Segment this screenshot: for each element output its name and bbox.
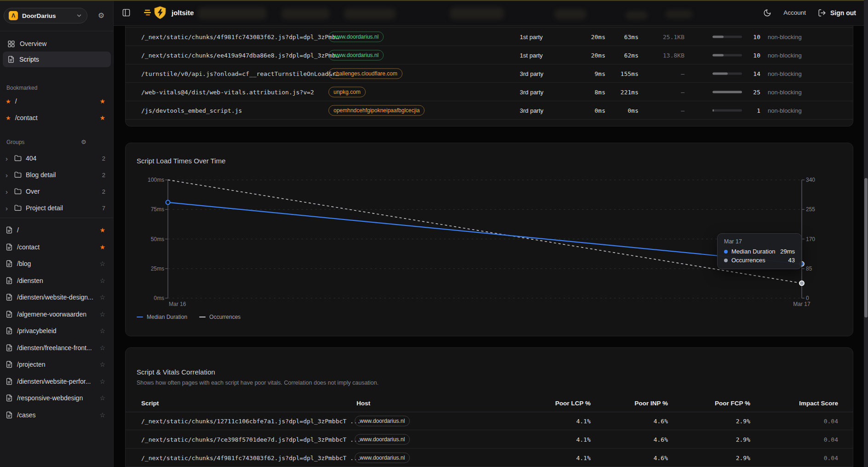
poor-fcp-value: 2.9% xyxy=(701,436,750,443)
host-badge[interactable]: opemhndcehfgipokneipaafbglcecjia xyxy=(328,105,425,115)
group-label: Blog detail xyxy=(26,171,56,179)
correlation-row[interactable]: /_next/static/chunks/12711c106cbfe7a1.js… xyxy=(126,412,853,430)
redacted-blob xyxy=(626,11,648,19)
correlation-row[interactable]: /_next/static/chunks/4f981fc743083f62.js… xyxy=(126,449,853,467)
scrollbar-thumb[interactable] xyxy=(864,178,868,317)
script-row[interactable]: /web-vitals@4/dist/web-vitals.attributio… xyxy=(126,83,853,101)
script-row[interactable]: /_next/static/chunks/ee419a947dba86e8.js… xyxy=(126,46,853,64)
top-accent-line xyxy=(0,0,868,1)
group-label: 404 xyxy=(26,155,36,162)
page-star-icon[interactable]: ★ xyxy=(99,244,105,250)
host-badge[interactable]: unpkg.com xyxy=(328,86,366,97)
group-count: 2 xyxy=(102,172,105,179)
correlation-row[interactable]: /_next/static/chunks/7ce398f5701dee7d.js… xyxy=(126,430,853,449)
file-icon xyxy=(6,260,13,267)
bookmarked-item[interactable]: ★/★ xyxy=(0,93,114,110)
y-axis-tick-label: 25ms xyxy=(126,265,164,272)
chevron-right-icon[interactable]: › xyxy=(6,205,10,212)
page-item[interactable]: /★ xyxy=(0,222,114,239)
page-item[interactable]: /algemene-voorwaarden☆ xyxy=(0,306,114,323)
page-item[interactable]: /diensten/website-design...☆ xyxy=(0,289,114,306)
page-star-icon[interactable]: ☆ xyxy=(99,294,105,300)
group-item[interactable]: ›4042 xyxy=(0,150,114,167)
workspace-selector[interactable]: Λ DoorDarius xyxy=(4,8,87,23)
group-item[interactable]: ›Over2 xyxy=(0,183,114,200)
script-path: /_next/static/chunks/4f981fc743083f62.js… xyxy=(141,33,339,40)
chevron-right-icon[interactable]: › xyxy=(6,155,10,162)
chevron-right-icon[interactable]: › xyxy=(6,172,10,179)
impact-score-value: 0.04 xyxy=(783,454,838,461)
page-item[interactable]: /responsive-webdesign☆ xyxy=(0,390,114,407)
page-item[interactable]: /blog☆ xyxy=(0,255,114,272)
joltsite-logo-icon xyxy=(144,6,167,21)
chart-legend: Median Duration Occurrences xyxy=(137,314,241,320)
transfer-size: 25.1KB xyxy=(638,33,684,40)
host-badge[interactable]: www.doordarius.nl xyxy=(355,452,410,463)
workspace-settings-gear-icon[interactable]: ⚙ xyxy=(98,12,104,20)
bookmarked-list: ★/★★/contact★ xyxy=(0,93,114,126)
page-star-icon[interactable]: ☆ xyxy=(99,378,105,385)
bookmarked-item-label: /contact xyxy=(15,114,38,121)
page-item[interactable]: /projecten☆ xyxy=(0,356,114,373)
page-item[interactable]: /diensten/freelance-front...☆ xyxy=(0,340,114,357)
party-label: 3rd party xyxy=(520,70,543,77)
sidebar-item-scripts[interactable]: Scripts xyxy=(3,52,111,67)
host-badge[interactable]: www.doordarius.nl xyxy=(328,31,384,42)
page-item[interactable]: /cases☆ xyxy=(0,407,114,424)
workspace-name: DoorDarius xyxy=(22,12,56,19)
col-poor-fcp: Poor FCP % xyxy=(701,399,750,406)
page-item[interactable]: /diensten/website-perfor...☆ xyxy=(0,373,114,390)
sidebar-item-overview[interactable]: Overview xyxy=(3,36,111,52)
legend-occurrences[interactable]: Occurrences xyxy=(199,314,241,320)
bookmark-star-icon[interactable]: ★ xyxy=(99,98,105,104)
signout-label: Sign out xyxy=(830,9,856,17)
page-star-icon[interactable]: ☆ xyxy=(99,412,105,418)
page-item[interactable]: /contact★ xyxy=(0,239,114,256)
group-item[interactable]: ›Blog detail2 xyxy=(0,167,114,183)
host-badge[interactable]: www.doordarius.nl xyxy=(355,434,410,444)
page-star-icon[interactable]: ☆ xyxy=(99,260,105,267)
signout-button[interactable]: Sign out xyxy=(818,9,856,17)
account-button[interactable]: Account xyxy=(783,9,806,16)
blocking-status: non-blocking xyxy=(768,33,802,40)
bookmarked-item[interactable]: ★/contact★ xyxy=(0,110,114,126)
chart-tooltip: Mar 17 Median Duration 29ms Occurrences … xyxy=(717,233,802,269)
page-item[interactable]: /diensten☆ xyxy=(0,272,114,289)
host-badge-label: www.doordarius.nl xyxy=(328,31,384,42)
page-star-icon[interactable]: ☆ xyxy=(99,345,105,351)
page-label: /diensten/website-design... xyxy=(17,294,93,301)
group-item[interactable]: ›Project detail7 xyxy=(0,200,114,216)
script-row[interactable]: /turnstile/v0/api.js?onload=cf__reactTur… xyxy=(126,64,853,83)
correlation-panel: Script & Vitals Correlation Shows how of… xyxy=(125,347,853,467)
redacted-blob xyxy=(282,8,330,19)
host-badge-label: challenges.cloudflare.com xyxy=(328,68,402,79)
host-badge[interactable]: www.doordarius.nl xyxy=(328,50,384,60)
group-label: Over xyxy=(26,188,40,195)
page-item[interactable]: /privacybeleid☆ xyxy=(0,323,114,340)
page-star-icon[interactable]: ☆ xyxy=(99,277,105,284)
sidebar-toggle-icon[interactable] xyxy=(122,8,131,17)
bookmark-star-icon[interactable]: ★ xyxy=(99,115,105,121)
page-star-icon[interactable]: ☆ xyxy=(99,328,105,334)
median-time: 8ms xyxy=(553,88,605,95)
legend-median-duration[interactable]: Median Duration xyxy=(137,314,187,320)
groups-settings-gear-icon[interactable]: ⚙ xyxy=(81,138,86,145)
occurrences-dot-icon xyxy=(724,259,728,262)
script-row[interactable]: /_next/static/chunks/4f981fc743083f62.js… xyxy=(126,28,853,46)
party-label: 3rd party xyxy=(520,107,543,114)
host-badge[interactable]: challenges.cloudflare.com xyxy=(328,68,402,79)
script-row[interactable]: /js/devtools_embed_script.jsopemhndcehfg… xyxy=(126,101,853,120)
page-star-icon[interactable]: ☆ xyxy=(99,311,105,317)
page-star-icon[interactable]: ☆ xyxy=(99,361,105,368)
group-count: 2 xyxy=(102,188,105,195)
theme-toggle-moon-icon[interactable] xyxy=(763,9,771,17)
scrollbar-track[interactable] xyxy=(864,0,868,467)
blocking-status: non-blocking xyxy=(768,107,802,114)
chevron-right-icon[interactable]: › xyxy=(6,188,10,195)
host-badge[interactable]: www.doordarius.nl xyxy=(355,415,410,426)
script-path: /_next/static/chunks/12711c106cbfe7a1.js… xyxy=(141,417,361,424)
bookmarked-section-label: Bookmarked xyxy=(6,85,37,91)
page-star-icon[interactable]: ☆ xyxy=(99,395,105,401)
scripts-table: /_next/static/chunks/4f981fc743083f62.js… xyxy=(126,27,853,120)
page-star-icon[interactable]: ★ xyxy=(99,227,105,233)
